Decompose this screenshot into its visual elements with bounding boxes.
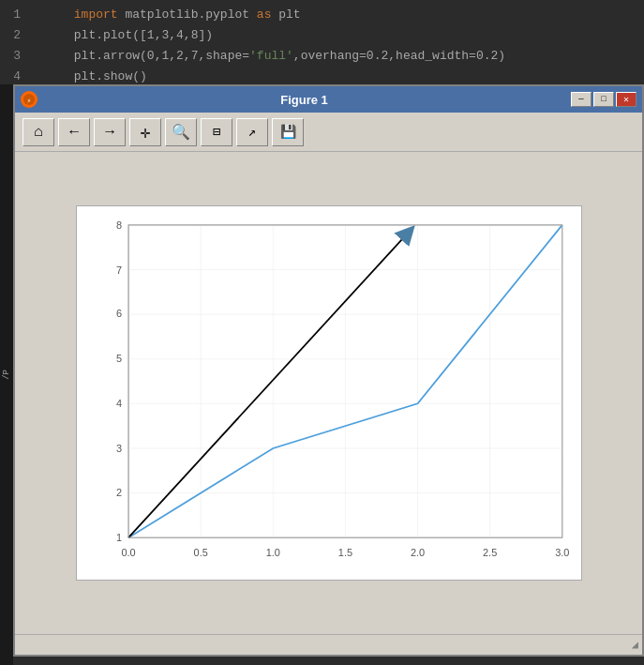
svg-text:⚡: ⚡ bbox=[27, 97, 32, 105]
y-tick-3: 3 bbox=[116, 443, 122, 454]
maximize-button[interactable]: □ bbox=[593, 92, 614, 107]
x-tick-1: 1.0 bbox=[265, 547, 279, 558]
figure-toolbar: ⌂ ← → ✛ 🔍 ⊟ ↗ 💾 bbox=[15, 113, 642, 152]
resize-grip: ◢ bbox=[632, 638, 638, 652]
line-number-2: 2 bbox=[0, 28, 30, 42]
figure-window: ⚡ Figure 1 — □ ✕ ⌂ ← → ✛ bbox=[13, 84, 644, 657]
minimize-icon: — bbox=[578, 95, 583, 104]
plot-container: 1 2 3 4 5 6 7 8 0.0 0.5 1.0 1.5 2.0 2.5 … bbox=[15, 152, 642, 634]
home-button[interactable]: ⌂ bbox=[22, 118, 54, 146]
back-icon: ← bbox=[69, 124, 79, 141]
string-full: 'full' bbox=[249, 49, 293, 63]
close-icon: ✕ bbox=[623, 94, 629, 105]
maximize-icon: □ bbox=[601, 95, 606, 104]
data-button[interactable]: ↗ bbox=[236, 118, 268, 146]
y-tick-5: 5 bbox=[116, 353, 122, 364]
line-number-4: 4 bbox=[0, 69, 30, 83]
figure-app-icon: ⚡ bbox=[21, 91, 37, 108]
y-tick-7: 7 bbox=[116, 264, 122, 276]
back-button[interactable]: ← bbox=[58, 118, 90, 146]
zoom-icon: 🔍 bbox=[172, 123, 190, 142]
forward-button[interactable]: → bbox=[94, 118, 126, 146]
arrow-params: ,overhang=0.2,head_width=0.2) bbox=[293, 49, 505, 63]
configure-icon: ⊟ bbox=[213, 124, 220, 140]
save-icon: 💾 bbox=[280, 124, 296, 140]
y-tick-6: 6 bbox=[116, 308, 122, 319]
code-editor: 1 import matplotlib.pyplot as plt 2 plt.… bbox=[0, 0, 644, 84]
data-icon: ↗ bbox=[248, 124, 256, 140]
line-number-1: 1 bbox=[0, 8, 30, 22]
forward-icon: → bbox=[105, 124, 114, 141]
keyword-as: as bbox=[257, 8, 272, 22]
close-button[interactable]: ✕ bbox=[616, 92, 637, 107]
plot-background: 1 2 3 4 5 6 7 8 0.0 0.5 1.0 1.5 2.0 2.5 … bbox=[76, 205, 582, 581]
y-tick-8: 8 bbox=[116, 219, 122, 231]
y-tick-4: 4 bbox=[116, 398, 122, 409]
show-call: plt.show() bbox=[74, 69, 147, 83]
window-controls: — □ ✕ bbox=[571, 92, 637, 107]
home-icon: ⌂ bbox=[34, 124, 43, 141]
alias-plt: plt bbox=[271, 8, 300, 22]
configure-button[interactable]: ⊟ bbox=[201, 118, 232, 146]
y-tick-2: 2 bbox=[116, 487, 122, 498]
x-tick-2: 2.0 bbox=[410, 547, 424, 558]
pan-button[interactable]: ✛ bbox=[129, 118, 161, 146]
plot-svg: 1 2 3 4 5 6 7 8 0.0 0.5 1.0 1.5 2.0 2.5 … bbox=[77, 206, 581, 580]
figure-titlebar: ⚡ Figure 1 — □ ✕ bbox=[15, 86, 642, 113]
x-tick-25: 2.5 bbox=[483, 547, 497, 558]
minimize-button[interactable]: — bbox=[571, 92, 592, 107]
sidebar-label: /P bbox=[2, 370, 11, 380]
figure-statusbar: ◢ bbox=[15, 634, 642, 655]
x-tick-0: 0.0 bbox=[121, 547, 135, 558]
x-tick-15: 1.5 bbox=[337, 547, 352, 558]
y-tick-1: 1 bbox=[116, 532, 122, 543]
figure-title: Figure 1 bbox=[37, 93, 571, 107]
x-tick-3: 3.0 bbox=[555, 547, 569, 558]
zoom-button[interactable]: 🔍 bbox=[165, 118, 197, 146]
x-tick-05: 0.5 bbox=[193, 547, 207, 558]
line-number-3: 3 bbox=[0, 49, 30, 63]
pan-icon: ✛ bbox=[141, 122, 151, 143]
save-button[interactable]: 💾 bbox=[272, 118, 304, 146]
